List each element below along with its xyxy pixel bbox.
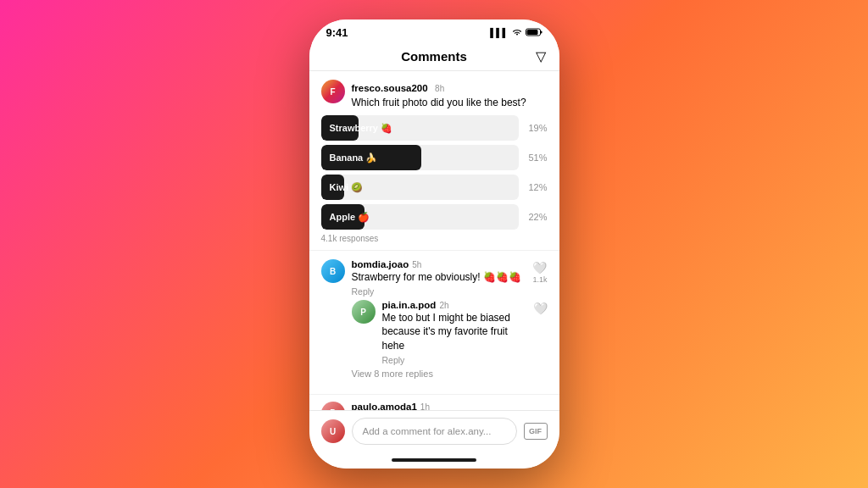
comment-input-bar: U Add a comment for alex.any... GIF [309, 410, 559, 452]
poll-bar-banana: Banana 🍌 [321, 145, 519, 170]
poll-bar-strawberry: Strawberry 🍓 [321, 115, 519, 141]
send-icon[interactable]: ▽ [536, 48, 546, 64]
poll-percent-strawberry: 19% [524, 123, 548, 133]
poll-percent-apple: 22% [524, 212, 548, 222]
status-bar: 9:41 ▌▌▌ [309, 19, 559, 42]
phone-frame: 9:41 ▌▌▌ Comments ▽ [309, 19, 559, 469]
comment-input-field[interactable]: Add a comment for alex.any... [352, 418, 517, 445]
header-title: Comments [401, 49, 467, 64]
status-time: 9:41 [326, 26, 348, 39]
bomdia-reply-btn[interactable]: Reply [352, 286, 526, 297]
poll-row-apple[interactable]: Apple 🍎 22% [321, 204, 548, 230]
view-more-replies[interactable]: View 8 more replies [352, 369, 548, 379]
bomdia-heart-count: 1.1k [532, 275, 547, 284]
poll-bar-apple: Apple 🍎 [321, 204, 519, 230]
poll-username: fresco.sousa200 [352, 83, 428, 93]
poll-label-kiwi: Kiwi 🥝 [330, 182, 364, 193]
reply-section-pia: P pia.in.a.pod 2h Me too but I might be … [352, 300, 548, 365]
bomdia-username: bomdia.joao [352, 259, 409, 269]
poll-fill-kiwi: Kiwi 🥝 [321, 175, 345, 200]
bomdia-comment-body: bomdia.joao 5h Strawberry for me obvious… [352, 259, 526, 297]
pia-reply-btn[interactable]: Reply [382, 355, 526, 365]
gif-button[interactable]: GIF [524, 423, 548, 440]
poll-label-banana: Banana 🍌 [330, 152, 378, 164]
pia-heart[interactable]: 🤍 [533, 300, 548, 315]
pia-username: pia.in.a.pod [382, 300, 437, 310]
battery-icon [526, 28, 542, 38]
poll-bars: Strawberry 🍓 19% Banana 🍌 51% [321, 115, 548, 230]
divider [309, 394, 559, 395]
current-user-avatar: U [321, 419, 345, 443]
pia-text: Me too but I might be biased because it'… [382, 311, 526, 352]
signal-icon: ▌▌▌ [490, 28, 508, 37]
comments-header: Comments ▽ [309, 42, 559, 71]
poll-percent-kiwi: 12% [524, 182, 548, 192]
poll-meta: fresco.sousa200 8h Which fruit photo did… [352, 80, 548, 108]
poll-responses: 4.1k responses [321, 234, 548, 243]
status-icons: ▌▌▌ [490, 28, 542, 38]
pia-comment-body: pia.in.a.pod 2h Me too but I might be bi… [382, 300, 526, 365]
bomdia-avatar: B [321, 259, 345, 283]
poll-label-strawberry: Strawberry 🍓 [330, 123, 393, 134]
svg-rect-1 [540, 30, 542, 33]
pia-heart-icon: 🤍 [533, 302, 548, 315]
poll-fill-banana: Banana 🍌 [321, 145, 422, 170]
comment-row-bomdia: B bomdia.joao 5h Strawberry for me obvio… [321, 259, 548, 297]
poll-label-apple: Apple 🍎 [330, 212, 370, 223]
poll-row-banana[interactable]: Banana 🍌 51% [321, 145, 548, 170]
paulo-avatar: P [321, 402, 345, 410]
poll-author-avatar: F [321, 80, 345, 103]
poll-time: 8h [435, 84, 444, 93]
bomdia-comment-top: bomdia.joao 5h [352, 259, 526, 269]
home-bar [392, 458, 476, 462]
paulo-comment-body: paulo.amoda1 1h 🌿 [352, 402, 548, 410]
poll-bar-kiwi: Kiwi 🥝 [321, 175, 519, 200]
bomdia-text: Strawberry for me obviously! 🍓🍓🍓 [352, 270, 526, 284]
comment-row-paulo: P paulo.amoda1 1h 🌿 [321, 402, 548, 410]
poll-fill-apple: Apple 🍎 [321, 204, 364, 230]
pia-comment-top: pia.in.a.pod 2h [382, 300, 526, 310]
paulo-section: P paulo.amoda1 1h 🌿 [309, 398, 559, 410]
poll-question: Which fruit photo did you like the best? [352, 97, 548, 108]
poll-header: F fresco.sousa200 8h Which fruit photo d… [321, 80, 548, 108]
paulo-time: 1h [420, 402, 430, 410]
pia-avatar: P [352, 300, 376, 324]
comment-row-pia: P pia.in.a.pod 2h Me too but I might be … [352, 300, 548, 365]
bomdia-heart[interactable]: 🤍 1.1k [532, 259, 547, 284]
bomdia-time: 5h [412, 260, 421, 269]
poll-row-kiwi[interactable]: Kiwi 🥝 12% [321, 175, 548, 200]
svg-rect-2 [526, 30, 537, 35]
paulo-username: paulo.amoda1 [352, 402, 417, 410]
poll-row-strawberry[interactable]: Strawberry 🍓 19% [321, 115, 548, 141]
comment-section-bomdia: B bomdia.joao 5h Strawberry for me obvio… [309, 251, 559, 391]
poll-percent-banana: 51% [524, 152, 548, 163]
paulo-comment-top: paulo.amoda1 1h [352, 402, 548, 410]
comment-input-placeholder: Add a comment for alex.any... [363, 426, 492, 436]
comments-content[interactable]: F fresco.sousa200 8h Which fruit photo d… [309, 71, 559, 410]
pia-time: 2h [439, 301, 448, 310]
home-indicator [309, 452, 559, 469]
heart-icon: 🤍 [532, 261, 547, 274]
poll-fill-strawberry: Strawberry 🍓 [321, 115, 359, 141]
wifi-icon [512, 28, 522, 38]
poll-section: F fresco.sousa200 8h Which fruit photo d… [309, 71, 559, 251]
